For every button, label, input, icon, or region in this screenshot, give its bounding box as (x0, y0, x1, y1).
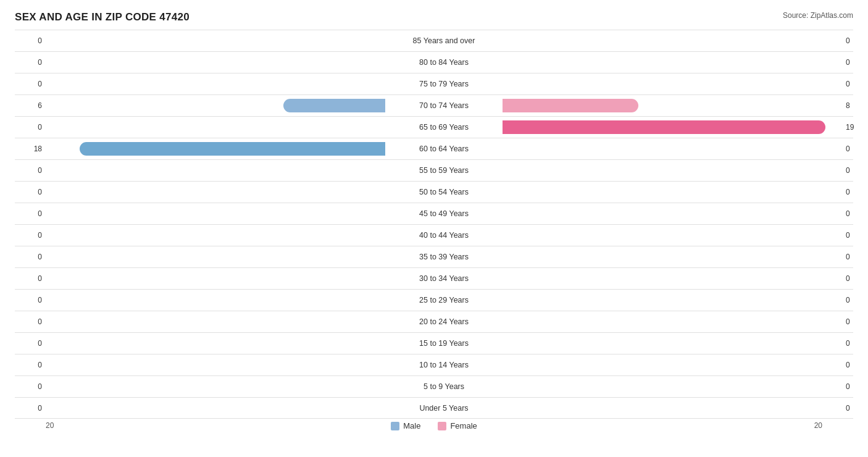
age-label: 25 to 29 Years (385, 296, 503, 304)
right-value: 0 (842, 231, 868, 240)
bar-row: 065 to 69 Years19 (15, 116, 853, 138)
left-value: 0 (15, 166, 46, 175)
legend-female: Female (438, 421, 477, 430)
header-row: SEX AND AGE IN ZIP CODE 47420 Source: Zi… (15, 11, 853, 23)
age-label: 75 to 79 Years (385, 80, 503, 88)
bar-row: 025 to 29 Years0 (15, 289, 853, 311)
bar-row: 055 to 59 Years0 (15, 159, 853, 181)
right-value: 0 (842, 58, 868, 67)
bar-row: 035 to 39 Years0 (15, 246, 853, 267)
bar-row: 05 to 9 Years0 (15, 375, 853, 397)
footer: 20 Male Female 20 (15, 421, 853, 430)
age-label: 40 to 44 Years (385, 231, 503, 240)
bar-row: 050 to 54 Years0 (15, 181, 853, 203)
age-label: 10 to 14 Years (385, 361, 503, 369)
bar-row: 080 to 84 Years0 (15, 51, 853, 73)
axis-left: 20 (46, 421, 54, 430)
bar-row: 1860 to 64 Years0 (15, 138, 853, 159)
bar-row: 040 to 44 Years0 (15, 224, 853, 246)
left-value: 0 (15, 317, 46, 326)
male-legend-dot (391, 422, 399, 430)
right-value: 0 (842, 166, 868, 175)
bar-row: 670 to 74 Years8 (15, 94, 853, 116)
age-label: 30 to 34 Years (385, 274, 503, 283)
age-label: 45 to 49 Years (385, 209, 503, 218)
right-value: 0 (842, 274, 868, 283)
right-value: 0 (842, 209, 868, 218)
left-value: 0 (15, 382, 46, 391)
chart-container: SEX AND AGE IN ZIP CODE 47420 Source: Zi… (0, 0, 868, 457)
age-label: 60 to 64 Years (385, 145, 503, 153)
female-legend-label: Female (450, 421, 477, 430)
age-label: 55 to 59 Years (385, 166, 503, 175)
male-bar (283, 99, 385, 112)
right-value: 0 (842, 361, 868, 369)
left-value: 0 (15, 36, 46, 45)
female-bar (503, 99, 638, 112)
axis-bottom: 20 Male Female 20 (46, 421, 822, 430)
right-value: 0 (842, 296, 868, 304)
left-value: 0 (15, 209, 46, 218)
age-label: 20 to 24 Years (385, 317, 503, 326)
right-value: 19 (842, 123, 868, 132)
age-label: 65 to 69 Years (385, 123, 503, 132)
axis-right: 20 (814, 421, 822, 430)
right-value: 0 (842, 145, 868, 153)
bar-row: 0Under 5 Years0 (15, 397, 853, 419)
right-value: 0 (842, 317, 868, 326)
bar-row: 030 to 34 Years0 (15, 267, 853, 289)
male-legend-label: Male (403, 421, 420, 430)
left-value: 6 (15, 101, 46, 110)
left-value: 0 (15, 123, 46, 132)
right-value: 0 (842, 36, 868, 45)
right-value: 0 (842, 339, 868, 348)
age-label: 5 to 9 Years (385, 382, 503, 391)
right-value: 0 (842, 253, 868, 261)
legend-items: Male Female (391, 421, 477, 430)
age-label: 50 to 54 Years (385, 188, 503, 196)
left-value: 0 (15, 253, 46, 261)
left-value: 0 (15, 361, 46, 369)
left-value: 0 (15, 296, 46, 304)
left-value: 0 (15, 404, 46, 413)
chart-area: 085 Years and over0080 to 84 Years0075 t… (15, 30, 853, 419)
female-legend-dot (438, 422, 446, 430)
source-text: Source: ZipAtlas.com (783, 11, 853, 20)
bar-row: 085 Years and over0 (15, 30, 853, 51)
age-label: 35 to 39 Years (385, 253, 503, 261)
age-label: 15 to 19 Years (385, 339, 503, 348)
bar-row: 075 to 79 Years0 (15, 73, 853, 94)
bar-row: 045 to 49 Years0 (15, 203, 853, 224)
left-value: 0 (15, 231, 46, 240)
right-value: 0 (842, 80, 868, 88)
bar-row: 020 to 24 Years0 (15, 311, 853, 332)
legend-male: Male (391, 421, 420, 430)
female-bar (503, 120, 825, 134)
right-value: 8 (842, 101, 868, 110)
right-value: 0 (842, 188, 868, 196)
chart-title: SEX AND AGE IN ZIP CODE 47420 (15, 11, 190, 23)
age-label: 80 to 84 Years (385, 58, 503, 67)
left-value: 0 (15, 80, 46, 88)
age-label: 85 Years and over (385, 36, 503, 45)
left-value: 0 (15, 339, 46, 348)
left-value: 0 (15, 58, 46, 67)
age-label: 70 to 74 Years (385, 101, 503, 110)
male-bar (80, 142, 385, 156)
left-value: 0 (15, 188, 46, 196)
right-value: 0 (842, 404, 868, 413)
bar-row: 015 to 19 Years0 (15, 332, 853, 354)
age-label: Under 5 Years (385, 404, 503, 413)
bar-row: 010 to 14 Years0 (15, 354, 853, 375)
left-value: 18 (15, 145, 46, 153)
left-value: 0 (15, 274, 46, 283)
right-value: 0 (842, 382, 868, 391)
